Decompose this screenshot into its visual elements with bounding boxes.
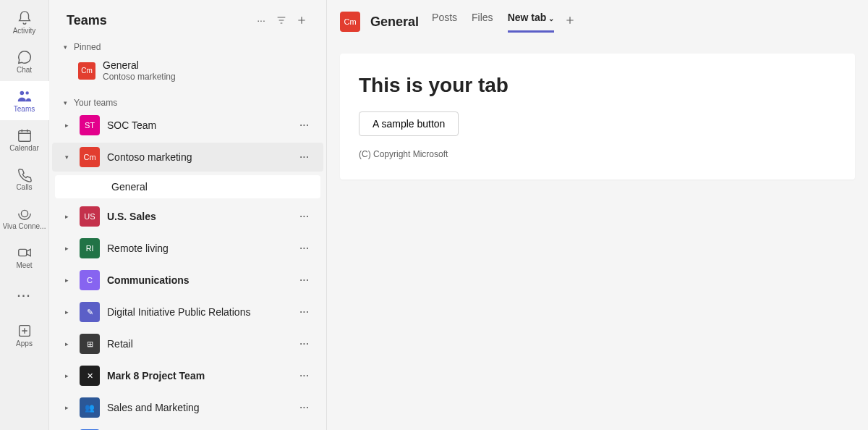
team-name: Remote living <box>107 243 287 254</box>
team-item[interactable]: ▸USU.S. Sales··· <box>52 202 323 231</box>
bell-icon <box>17 10 33 26</box>
team-avatar: ST <box>80 115 100 135</box>
app-rail: Activity Chat Teams Calendar Calls Viva … <box>0 0 49 430</box>
tab-posts[interactable]: Posts <box>432 12 457 33</box>
team-avatar: US <box>80 206 100 227</box>
rail-calls[interactable]: Calls <box>0 159 49 198</box>
team-avatar: Cm <box>78 62 95 80</box>
teams-filter-button[interactable] <box>271 10 292 30</box>
chevron-right-icon: ▸ <box>65 340 72 347</box>
team-avatar: Cm <box>340 12 360 32</box>
rail-label: Calendar <box>3 145 46 152</box>
team-item[interactable]: ▸DDesign··· <box>52 425 323 430</box>
rail-viva[interactable]: Viva Conne... <box>0 198 49 237</box>
chat-icon <box>17 49 33 65</box>
team-name: Mark 8 Project Team <box>107 370 287 381</box>
rail-more[interactable]: ··· <box>0 277 49 316</box>
team-more-button[interactable]: ··· <box>294 402 315 413</box>
pinned-section-toggle[interactable]: ▾ Pinned <box>49 38 326 55</box>
channel-header: Cm General PostsFilesNew tab⌄ <box>327 0 868 36</box>
team-more-button[interactable]: ··· <box>294 371 315 381</box>
team-avatar: Cm <box>80 147 100 167</box>
chevron-down-icon: ▾ <box>64 99 71 106</box>
team-item[interactable]: ▸RlRemote living··· <box>52 234 323 263</box>
rail-label: Apps <box>3 340 46 347</box>
team-more-button[interactable]: ··· <box>294 120 315 130</box>
rail-chat[interactable]: Chat <box>0 42 49 81</box>
chevron-down-icon: ▾ <box>64 43 71 51</box>
tab-content: This is your tab A sample button (C) Cop… <box>340 54 855 180</box>
viva-icon <box>17 206 33 222</box>
filter-icon <box>276 14 287 26</box>
teams-more-button[interactable]: ··· <box>251 10 271 30</box>
panel-title: Teams <box>67 13 251 28</box>
chevron-right-icon: ▸ <box>65 277 72 284</box>
team-name: Sales and Marketing <box>107 402 287 413</box>
tab-heading: This is your tab <box>359 74 836 97</box>
sample-button[interactable]: A sample button <box>359 111 459 136</box>
chevron-right-icon: ▸ <box>65 404 72 411</box>
team-more-button[interactable]: ··· <box>294 243 315 253</box>
calendar-icon <box>17 127 33 143</box>
team-item[interactable]: ▸⊞Retail··· <box>52 329 323 358</box>
pinned-channel-name: General <box>103 59 176 72</box>
team-name: Retail <box>107 338 287 350</box>
chevron-down-icon: ▾ <box>65 153 72 161</box>
apps-icon <box>17 323 33 339</box>
team-more-button[interactable]: ··· <box>294 152 315 162</box>
rail-activity[interactable]: Activity <box>0 3 49 42</box>
team-more-button[interactable]: ··· <box>294 339 315 349</box>
plus-icon <box>564 14 576 26</box>
section-label: Your teams <box>74 98 117 108</box>
teams-add-button[interactable] <box>292 10 312 30</box>
chevron-right-icon: ▸ <box>65 308 72 316</box>
svg-point-1 <box>25 91 28 94</box>
plus-icon <box>296 14 307 26</box>
section-label: Pinned <box>74 42 101 52</box>
pinned-channel[interactable]: Cm General Contoso marketing <box>49 55 326 86</box>
chevron-right-icon: ▸ <box>65 372 72 379</box>
team-item[interactable]: ▸STSOC Team··· <box>52 111 323 140</box>
tab-files[interactable]: Files <box>472 12 493 33</box>
video-icon <box>17 245 33 261</box>
channel-item[interactable]: General <box>55 175 320 198</box>
team-item[interactable]: ▸👥Sales and Marketing··· <box>52 393 323 422</box>
ellipsis-icon: ··· <box>257 14 265 26</box>
your-teams-section-toggle[interactable]: ▾ Your teams <box>49 93 326 111</box>
team-avatar: ⊞ <box>80 334 100 354</box>
team-item[interactable]: ▸✎Digital Initiative Public Relations··· <box>52 298 323 326</box>
chevron-right-icon: ▸ <box>65 213 72 220</box>
team-item[interactable]: ▸CCommunications··· <box>52 266 323 295</box>
team-more-button[interactable]: ··· <box>294 307 315 317</box>
team-name: SOC Team <box>107 119 287 131</box>
team-name: Communications <box>107 274 287 286</box>
tab-new-tab[interactable]: New tab⌄ <box>508 12 555 33</box>
rail-meet[interactable]: Meet <box>0 237 49 277</box>
team-avatar: Rl <box>80 238 100 258</box>
team-item[interactable]: ▾CmContoso marketing··· <box>52 143 323 172</box>
rail-label: Activity <box>3 28 46 35</box>
rail-teams[interactable]: Teams <box>0 81 49 120</box>
ellipsis-icon: ··· <box>17 290 31 303</box>
team-avatar: C <box>80 270 100 290</box>
svg-rect-3 <box>18 249 26 256</box>
chevron-right-icon: ▸ <box>65 122 72 129</box>
team-name: U.S. Sales <box>107 211 287 222</box>
rail-label: Viva Conne... <box>3 223 46 230</box>
rail-label: Calls <box>3 184 46 191</box>
team-more-button[interactable]: ··· <box>294 211 315 222</box>
team-item[interactable]: ▸✕Mark 8 Project Team··· <box>52 361 323 390</box>
svg-rect-2 <box>18 131 30 142</box>
rail-label: Chat <box>3 67 46 74</box>
main-area: Cm General PostsFilesNew tab⌄ This is yo… <box>327 0 868 430</box>
team-avatar: ✕ <box>80 366 100 386</box>
add-tab-button[interactable] <box>564 14 576 30</box>
copyright-text: (C) Copyright Microsoft <box>359 149 836 159</box>
chevron-right-icon: ▸ <box>65 245 72 252</box>
teams-panel: Teams ··· ▾ Pinned Cm General Contoso ma… <box>49 0 327 430</box>
rail-apps[interactable]: Apps <box>0 316 49 355</box>
channel-name: General <box>370 14 419 30</box>
rail-calendar[interactable]: Calendar <box>0 120 49 159</box>
chevron-down-icon: ⌄ <box>548 14 554 22</box>
team-more-button[interactable]: ··· <box>294 275 315 285</box>
